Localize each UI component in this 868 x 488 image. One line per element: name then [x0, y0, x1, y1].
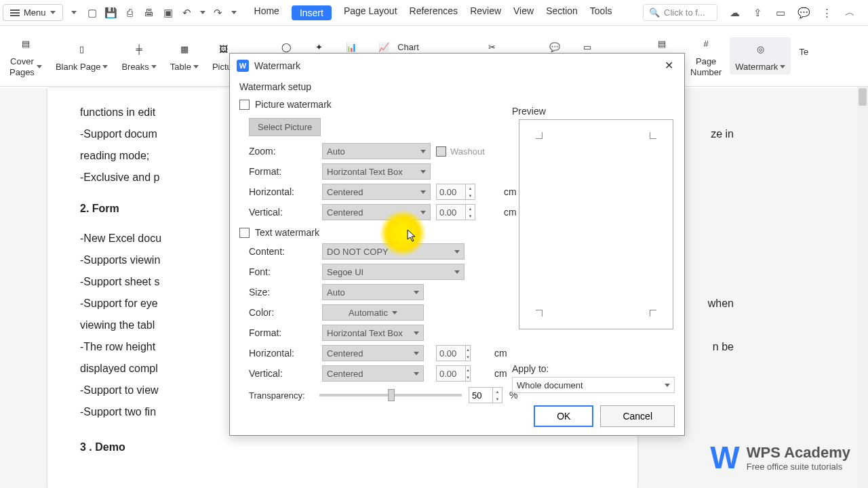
unit-cm: cm — [494, 368, 512, 379]
crop-mark — [536, 310, 542, 317]
chevron-down-icon — [420, 211, 426, 214]
preview-label: Preview — [512, 106, 675, 119]
zoom-combo: Auto — [322, 143, 431, 159]
content-label: Content: — [249, 246, 317, 257]
ribbon-cover-pages[interactable]: ▤ Cover Pages — [4, 32, 47, 80]
chevron-down-icon — [102, 65, 108, 68]
save-icon[interactable]: 💾 — [105, 7, 117, 19]
t-vertical-label: Vertical: — [249, 368, 317, 379]
tab-section[interactable]: Section — [546, 5, 578, 20]
color-label: Color: — [249, 307, 317, 318]
print-preview-icon[interactable]: ⎙ — [124, 7, 136, 19]
chevron-down-icon — [414, 352, 419, 355]
close-button[interactable]: ✕ — [660, 58, 677, 73]
dialog-title: Watermark — [254, 60, 300, 71]
format-label: Format: — [249, 166, 317, 177]
doc-line: -Support docum — [80, 128, 157, 140]
text-watermark-checkbox[interactable] — [239, 228, 250, 238]
titlebar-right-icons: ☁ ⇪ ▭ 💬 ⋮ ︿ — [719, 7, 865, 19]
ribbon-tabs: Home Insert Page Layout References Revie… — [245, 5, 622, 20]
dialog-body: Watermark setup Picture watermark Select… — [230, 77, 684, 435]
tab-view[interactable]: View — [513, 5, 534, 20]
undo-icon[interactable]: ↶ — [181, 7, 193, 19]
slider-thumb[interactable] — [388, 389, 395, 401]
qat-dropdown[interactable] — [71, 11, 77, 14]
crop-mark — [536, 132, 542, 139]
size-label: Size: — [249, 287, 317, 298]
brand-tagline: Free office suite tutorials — [747, 462, 850, 472]
t-vertical-combo: Centered — [322, 365, 424, 382]
apply-to-row: Apply to: Whole document — [512, 363, 675, 393]
collapse-ribbon-icon[interactable]: ︿ — [844, 7, 856, 19]
t-format-combo: Horizontal Text Box — [322, 325, 424, 341]
washout-checkbox — [436, 146, 446, 157]
tab-tools[interactable]: Tools — [590, 5, 612, 20]
cloud-icon[interactable]: ☁ — [728, 7, 741, 19]
transparency-label: Transparency: — [249, 390, 313, 401]
window-icon[interactable]: ▭ — [774, 7, 787, 19]
comments-icon[interactable]: 💬 — [797, 7, 810, 19]
redo-icon[interactable]: ↷ — [212, 7, 224, 19]
transparency-slider[interactable] — [319, 394, 462, 396]
tab-page-layout[interactable]: Page Layout — [344, 5, 397, 20]
scrollbar-thumb[interactable] — [859, 88, 867, 106]
page-icon[interactable]: ▣ — [162, 7, 174, 19]
watermark-dialog: W Watermark ✕ Watermark setup Picture wa… — [229, 53, 685, 436]
ribbon-table[interactable]: ▦ Table — [165, 37, 204, 75]
breaks-icon: ╪ — [130, 40, 149, 59]
tab-home[interactable]: Home — [254, 5, 279, 20]
search-box[interactable]: 🔍 Click to f... — [643, 4, 717, 21]
wps-academy-logo: W WPS Academy Free office suite tutorial… — [710, 439, 850, 476]
hamburger-icon — [10, 9, 20, 16]
share-icon[interactable]: ⇪ — [751, 7, 764, 19]
ribbon-breaks[interactable]: ╪ Breaks — [116, 37, 161, 75]
chevron-down-icon — [454, 270, 460, 274]
more-icon[interactable]: ⋮ — [821, 7, 833, 19]
chevron-down-icon — [665, 384, 670, 387]
horizontal-combo: Centered — [322, 184, 431, 200]
ribbon-te[interactable]: Te — [793, 44, 814, 68]
search-icon: 🔍 — [649, 7, 660, 18]
t-format-label: Format: — [249, 327, 317, 338]
ok-button[interactable]: OK — [534, 405, 593, 427]
brand-name: WPS Academy — [747, 444, 850, 462]
transparency-spinner[interactable]: ▲▼ — [469, 387, 502, 403]
blank-page-icon: ▯ — [73, 40, 92, 59]
open-icon[interactable]: ▢ — [86, 7, 98, 19]
ribbon-watermark[interactable]: ◎ Watermark — [730, 37, 791, 75]
cancel-button[interactable]: Cancel — [600, 405, 675, 427]
select-picture-button: Select Picture — [249, 118, 321, 136]
chevron-down-icon — [420, 190, 426, 194]
preview-box — [519, 119, 673, 329]
tab-review[interactable]: Review — [470, 5, 501, 20]
ribbon-blank-page[interactable]: ▯ Blank Page — [50, 37, 114, 75]
dialog-titlebar[interactable]: W Watermark ✕ — [230, 54, 684, 77]
tab-references[interactable]: References — [410, 5, 458, 20]
zoom-label: Zoom: — [249, 146, 317, 157]
picture-watermark-checkbox[interactable] — [239, 100, 250, 110]
tab-insert[interactable]: Insert — [292, 5, 332, 20]
wps-logo-icon: W — [710, 439, 736, 476]
vertical-scrollbar[interactable] — [857, 87, 868, 488]
format-combo: Horizontal Text Box — [322, 163, 431, 180]
color-combo: Automatic — [322, 304, 424, 321]
chevron-down-icon — [50, 11, 56, 14]
content-combo: DO NOT COPY — [322, 243, 465, 260]
apply-to-combo[interactable]: Whole document — [512, 377, 675, 393]
menu-label: Menu — [24, 7, 46, 18]
undo-dropdown[interactable] — [200, 11, 205, 14]
preview-panel: Preview — [512, 106, 675, 329]
header-footer-icon: ▤ — [652, 35, 671, 54]
print-icon[interactable]: 🖶 — [143, 7, 155, 19]
chevron-down-icon — [454, 250, 460, 253]
t-vertical-spinner: ▲▼ — [436, 365, 469, 382]
chevron-down-icon — [151, 65, 157, 68]
t-horizontal-label: Horizontal: — [249, 348, 317, 359]
menu-button[interactable]: Menu — [3, 4, 63, 21]
redo-dropdown[interactable] — [231, 11, 237, 14]
quick-access-toolbar: ▢ 💾 ⎙ 🖶 ▣ ↶ ↷ — [64, 7, 243, 19]
vertical-label: Vertical: — [249, 207, 317, 218]
ribbon-page-number[interactable]: # Page Number — [685, 32, 727, 80]
chevron-down-icon — [414, 331, 419, 335]
t-horizontal-combo: Centered — [322, 345, 424, 361]
